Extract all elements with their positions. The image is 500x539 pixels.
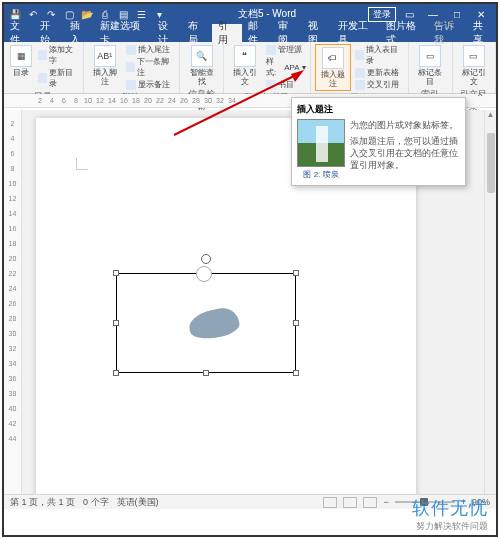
screentip: 插入题注 图 2: 喷泉 为您的图片或对象贴标签。 添加题注后，您可以通过插入交… [291, 97, 466, 186]
open-icon[interactable]: 📂 [80, 7, 94, 21]
quick-access-toolbar: 💾 ↶ ↷ ▢ 📂 ⎙ ▤ ☰ ▾ [8, 7, 166, 21]
resize-handle[interactable] [293, 320, 299, 326]
resize-handle[interactable] [113, 320, 119, 326]
print-icon[interactable]: ⎙ [98, 7, 112, 21]
smart-lookup-button[interactable]: 🔍智能查找 [184, 44, 218, 87]
tab-mailings[interactable]: 邮件 [242, 24, 272, 42]
vertical-ruler[interactable]: 2468101214161820222426283032343638404244 [4, 110, 22, 495]
tab-review[interactable]: 审阅 [272, 24, 302, 42]
preview-icon[interactable]: ▤ [116, 7, 130, 21]
resize-handle[interactable] [113, 370, 119, 376]
manage-sources-button[interactable]: 管理源 [266, 44, 306, 55]
group-index: ▭标记条目 索引 [409, 42, 452, 93]
bibliography-button[interactable]: 书目 [266, 79, 306, 90]
tab-view[interactable]: 视图 [302, 24, 332, 42]
insert-caption-button[interactable]: 🏷插入题注 [315, 44, 351, 91]
scroll-up-icon[interactable]: ▲ [485, 110, 496, 119]
tab-insert[interactable]: 插入 [64, 24, 94, 42]
layout-options-icon[interactable] [196, 266, 212, 282]
ribbon-tabs: 文件 开始 插入 新建选项卡 设计 布局 引用 邮件 审阅 视图 开发工具 图片… [4, 24, 496, 42]
scroll-thumb[interactable] [487, 133, 495, 193]
mark-citation-button[interactable]: ▭标记引文 [457, 44, 491, 87]
collapse-ribbon-icon[interactable]: ⌃ [476, 92, 484, 103]
group-authorities: ▭标记引文 引文目录 [453, 42, 496, 93]
status-page[interactable]: 第 1 页，共 1 页 [10, 496, 75, 509]
watermark: 软件无忧 努力解决软件问题 [412, 496, 488, 533]
maximize-icon[interactable]: □ [446, 9, 468, 20]
view-read-icon[interactable] [323, 497, 337, 508]
group-captions: 🏷插入题注 插入表目录 更新表格 交叉引用 题注 [311, 42, 410, 93]
tab-custom[interactable]: 新建选项卡 [94, 24, 151, 42]
ribbon: ▦目录 添加文字 更新目录 目录 AB¹插入脚注 插入尾注 下一条脚注 显示备注… [4, 42, 496, 94]
view-print-icon[interactable] [343, 497, 357, 508]
insert-tof-button[interactable]: 插入表目录 [355, 44, 404, 66]
update-table-button[interactable]: 更新表格 [355, 67, 404, 78]
view-web-icon[interactable] [363, 497, 377, 508]
tab-developer[interactable]: 开发工具 [332, 24, 380, 42]
update-toc-button[interactable]: 更新目录 [38, 67, 79, 89]
tab-layout[interactable]: 布局 [182, 24, 212, 42]
ribbon-options-icon[interactable]: ▭ [398, 9, 420, 20]
group-toc: ▦目录 添加文字 更新目录 目录 [4, 42, 84, 93]
redo-icon[interactable]: ↷ [44, 7, 58, 21]
zoom-out-icon[interactable]: − [383, 497, 388, 507]
resize-handle[interactable] [113, 270, 119, 276]
screentip-title: 插入题注 [297, 103, 460, 116]
resize-handle[interactable] [293, 370, 299, 376]
minimize-icon[interactable]: — [422, 9, 444, 20]
tab-picture-format[interactable]: 图片格式 [380, 24, 428, 42]
mark-entry-button[interactable]: ▭标记条目 [413, 44, 447, 87]
screentip-body: 为您的图片或对象贴标签。 添加题注后，您可以通过插入交叉引用在文档的任意位置引用… [350, 119, 460, 180]
close-icon[interactable]: ✕ [470, 9, 492, 20]
tab-file[interactable]: 文件 [4, 24, 34, 42]
image-content [187, 305, 242, 343]
resize-handle[interactable] [203, 370, 209, 376]
citation-style-dropdown[interactable]: 样式: APA ▾ [266, 56, 306, 78]
screentip-figure-label: 图 2: 喷泉 [297, 169, 345, 180]
insert-citation-button[interactable]: ❝插入引文 [228, 44, 262, 87]
insert-footnote-button[interactable]: AB¹插入脚注 [88, 44, 122, 87]
group-research: 🔍智能查找 信息检索 [180, 42, 223, 93]
group-footnotes: AB¹插入脚注 插入尾注 下一条脚注 显示备注 脚注 [84, 42, 181, 93]
screentip-thumbnail [297, 119, 345, 167]
status-words[interactable]: 0 个字 [83, 496, 109, 509]
tab-design[interactable]: 设计 [152, 24, 182, 42]
vertical-scrollbar[interactable]: ▲ [484, 110, 496, 495]
margin-corner-icon [76, 158, 88, 170]
next-footnote-button[interactable]: 下一条脚注 [126, 56, 175, 78]
save-icon[interactable]: 💾 [8, 7, 22, 21]
status-language[interactable]: 英语(美国) [117, 496, 159, 509]
add-text-button[interactable]: 添加文字 [38, 44, 79, 66]
group-citations: ❝插入引文 管理源 样式: APA ▾ 书目 引文与书目 [224, 42, 311, 93]
resize-handle[interactable] [293, 270, 299, 276]
touch-icon[interactable]: ☰ [134, 7, 148, 21]
cross-reference-button[interactable]: 交叉引用 [355, 79, 404, 90]
qat-more-icon[interactable]: ▾ [152, 7, 166, 21]
tab-home[interactable]: 开始 [34, 24, 64, 42]
rotate-handle-icon[interactable] [201, 254, 211, 264]
new-icon[interactable]: ▢ [62, 7, 76, 21]
toc-button[interactable]: ▦目录 [8, 44, 34, 78]
insert-endnote-button[interactable]: 插入尾注 [126, 44, 175, 55]
selected-image[interactable] [116, 273, 296, 373]
show-notes-button[interactable]: 显示备注 [126, 79, 175, 90]
tab-references[interactable]: 引用 [212, 24, 242, 42]
undo-icon[interactable]: ↶ [26, 7, 40, 21]
